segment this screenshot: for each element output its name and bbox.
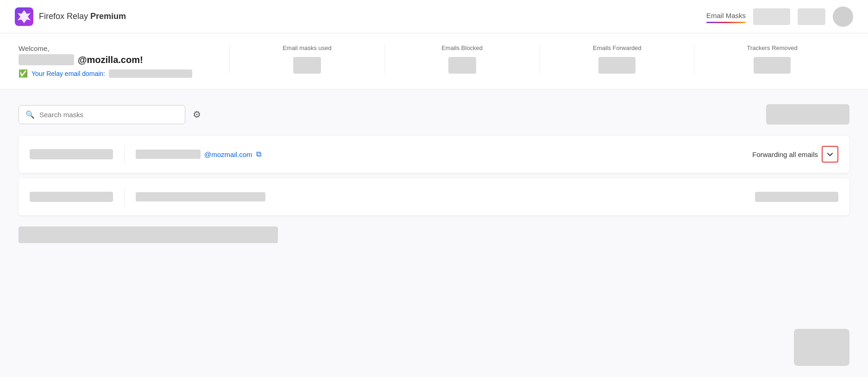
stats-bar: Welcome, @mozilla.com! ✅ Your Relay emai… — [0, 33, 868, 89]
main-content: 🔍 ⚙ @mozmail.com ⧉ Forwarding all emails — [0, 89, 868, 258]
navbar: Firefox Relay Premium Email Masks — [0, 0, 868, 33]
forwarding-label-1: Forwarding all emails — [752, 151, 818, 158]
mask-card-2 — [19, 178, 849, 215]
email-redacted-placeholder — [19, 54, 74, 65]
stat-value-trackers — [754, 57, 791, 74]
navbar-right: Email Masks — [706, 6, 853, 27]
email-domain: @mozilla.com! — [78, 55, 143, 65]
mask-card-1: @mozmail.com ⧉ Forwarding all emails — [19, 136, 849, 173]
mask-divider-1 — [124, 145, 125, 163]
email-display: @mozilla.com! — [19, 54, 192, 65]
stat-value-masks-used — [293, 57, 321, 74]
stat-value-blocked — [448, 57, 476, 74]
search-input[interactable] — [39, 111, 178, 119]
relay-domain-row: ✅ Your Relay email domain: — [19, 69, 192, 78]
search-icon: 🔍 — [25, 110, 35, 119]
mask-name-2-placeholder — [30, 192, 113, 202]
mask-email-redacted-1 — [136, 150, 201, 159]
copy-icon-1[interactable]: ⧉ — [256, 150, 261, 158]
stat-trackers-removed: Trackers Removed — [694, 44, 849, 74]
stat-label-trackers: Trackers Removed — [710, 44, 835, 51]
stat-label-blocked: Emails Blocked — [400, 44, 525, 51]
chevron-down-icon-1 — [827, 151, 833, 157]
mask-status-placeholder-2 — [755, 192, 838, 202]
navbar-left: Firefox Relay Premium — [15, 7, 126, 26]
bottom-bar-placeholder — [19, 226, 278, 243]
stat-label-forwarded: Emails Forwarded — [555, 44, 680, 51]
bottom-right-placeholder — [794, 329, 849, 366]
mask-email-redacted-2 — [136, 192, 265, 201]
search-row-right — [766, 104, 849, 125]
brand-name: Firefox Relay Premium — [39, 12, 126, 21]
mask-status-1: Forwarding all emails — [752, 146, 838, 163]
stats-items: Email masks used Emails Blocked Emails F… — [229, 44, 849, 74]
mask-email-row-1: @mozmail.com ⧉ — [136, 150, 741, 159]
nav-email-masks[interactable]: Email Masks — [706, 12, 746, 21]
verified-icon: ✅ — [19, 69, 28, 78]
stat-value-forwarded — [598, 57, 635, 74]
filter-icon[interactable]: ⚙ — [193, 109, 201, 120]
user-avatar[interactable] — [833, 6, 853, 27]
stat-label-masks-used: Email masks used — [245, 44, 370, 51]
mask-list: @mozmail.com ⧉ Forwarding all emails — [19, 136, 849, 215]
mask-status-2 — [755, 192, 838, 202]
stat-emails-forwarded: Emails Forwarded — [540, 44, 695, 74]
create-mask-button-placeholder — [766, 104, 849, 125]
nav-placeholder-1 — [753, 8, 790, 25]
search-box[interactable]: 🔍 — [19, 105, 185, 124]
welcome-text: Welcome, — [19, 44, 192, 52]
expand-mask-1-button[interactable] — [822, 146, 838, 163]
nav-placeholder-2 — [798, 8, 825, 25]
search-row: 🔍 ⚙ — [19, 104, 849, 125]
mask-divider-2 — [124, 188, 125, 206]
stats-welcome: Welcome, @mozilla.com! ✅ Your Relay emai… — [19, 44, 192, 78]
relay-domain-value-placeholder — [109, 69, 192, 78]
stat-email-masks-used: Email masks used — [229, 44, 384, 74]
mask-email-domain-1: @mozmail.com — [204, 151, 252, 158]
firefox-relay-logo — [15, 7, 33, 26]
mask-email-row-2 — [136, 192, 744, 201]
relay-domain-label: Your Relay email domain: — [31, 70, 105, 77]
mask-name-1-placeholder — [30, 149, 113, 159]
stat-emails-blocked: Emails Blocked — [384, 44, 540, 74]
